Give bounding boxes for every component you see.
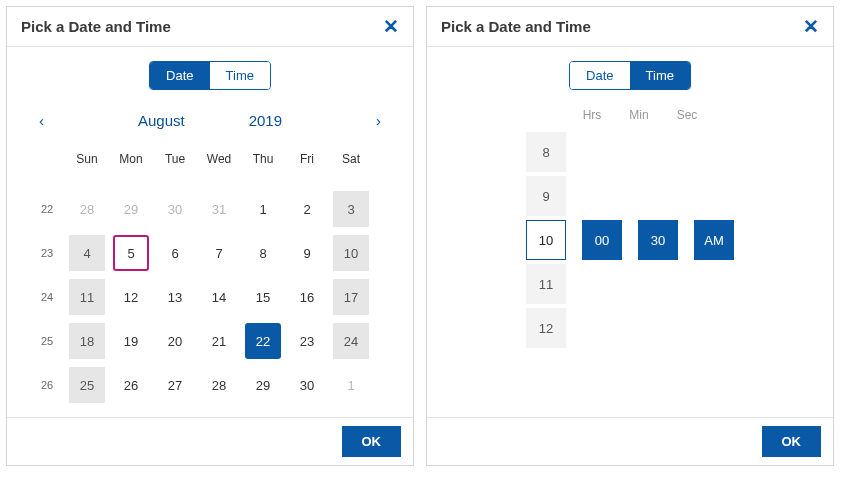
seconds-label: Sec (677, 108, 698, 122)
day-cell[interactable]: 25 (69, 367, 105, 403)
day-cell[interactable]: 11 (69, 279, 105, 315)
day-cell[interactable]: 4 (69, 235, 105, 271)
day-cell[interactable]: 29 (245, 367, 281, 403)
date-time-toggle: Date Time (149, 61, 271, 90)
week-number: 22 (41, 203, 53, 215)
dow-header: Sun (76, 152, 97, 178)
prev-month-icon[interactable]: ‹ (33, 108, 50, 133)
calendar-grid: SunMonTueWedThuFriSat2228293031123234567… (29, 143, 391, 407)
day-cell[interactable]: 31 (201, 191, 237, 227)
week-number: 25 (41, 335, 53, 347)
toggle-date[interactable]: Date (570, 62, 629, 89)
day-cell[interactable]: 14 (201, 279, 237, 315)
day-cell[interactable]: 28 (69, 191, 105, 227)
day-cell[interactable]: 30 (289, 367, 325, 403)
time-picker-panel: Pick a Date and Time ✕ Date Time Hrs Min… (426, 6, 834, 466)
panel-header: Pick a Date and Time ✕ (7, 7, 413, 47)
panel-body: Date Time Hrs Min Sec 89101112 00 30 (427, 47, 833, 417)
day-cell[interactable]: 3 (333, 191, 369, 227)
hour-value[interactable]: 9 (526, 176, 566, 216)
next-month-icon[interactable]: › (370, 108, 387, 133)
day-cell[interactable]: 23 (289, 323, 325, 359)
dow-header: Tue (165, 152, 185, 178)
dow-header: Sat (342, 152, 360, 178)
day-cell[interactable]: 6 (157, 235, 193, 271)
day-cell[interactable]: 5 (113, 235, 149, 271)
hours-column[interactable]: 89101112 (526, 132, 566, 348)
dow-header: Mon (119, 152, 142, 178)
day-cell[interactable]: 22 (245, 323, 281, 359)
toggle-time[interactable]: Time (210, 62, 270, 89)
dow-header: Fri (300, 152, 314, 178)
day-cell[interactable]: 30 (157, 191, 193, 227)
toggle-date[interactable]: Date (150, 62, 209, 89)
day-cell[interactable]: 15 (245, 279, 281, 315)
week-number: 23 (41, 247, 53, 259)
day-cell[interactable]: 17 (333, 279, 369, 315)
date-time-toggle: Date Time (569, 61, 691, 90)
panel-header: Pick a Date and Time ✕ (427, 7, 833, 47)
hour-value[interactable]: 8 (526, 132, 566, 172)
day-cell[interactable]: 7 (201, 235, 237, 271)
day-cell[interactable]: 26 (113, 367, 149, 403)
panel-body: Date Time ‹ August 2019 › SunMonTueWedTh… (7, 47, 413, 417)
day-cell[interactable]: 8 (245, 235, 281, 271)
panel-title: Pick a Date and Time (441, 18, 591, 35)
hour-value[interactable]: 11 (526, 264, 566, 304)
day-cell[interactable]: 10 (333, 235, 369, 271)
ampm-value[interactable]: AM (694, 220, 734, 260)
ampm-column[interactable]: AM (694, 132, 734, 348)
close-icon[interactable]: ✕ (383, 17, 399, 36)
minutes-column[interactable]: 00 (582, 132, 622, 348)
month-label[interactable]: August (138, 112, 185, 129)
seconds-column[interactable]: 30 (638, 132, 678, 348)
panel-footer: OK (427, 417, 833, 465)
ok-button[interactable]: OK (762, 426, 822, 457)
day-cell[interactable]: 20 (157, 323, 193, 359)
time-column-labels: Hrs Min Sec (469, 108, 811, 122)
day-cell[interactable]: 1 (245, 191, 281, 227)
day-cell[interactable]: 28 (201, 367, 237, 403)
panel-footer: OK (7, 417, 413, 465)
day-cell[interactable]: 19 (113, 323, 149, 359)
dow-header: Thu (253, 152, 274, 178)
second-value[interactable]: 30 (638, 220, 678, 260)
day-cell[interactable]: 1 (333, 367, 369, 403)
day-cell[interactable]: 9 (289, 235, 325, 271)
panel-title: Pick a Date and Time (21, 18, 171, 35)
minutes-label: Min (629, 108, 648, 122)
day-cell[interactable]: 18 (69, 323, 105, 359)
day-cell[interactable]: 16 (289, 279, 325, 315)
day-cell[interactable]: 2 (289, 191, 325, 227)
week-number: 26 (41, 379, 53, 391)
year-label[interactable]: 2019 (249, 112, 282, 129)
day-cell[interactable]: 24 (333, 323, 369, 359)
day-cell[interactable]: 27 (157, 367, 193, 403)
hours-label: Hrs (583, 108, 602, 122)
week-number: 24 (41, 291, 53, 303)
day-cell[interactable]: 29 (113, 191, 149, 227)
dow-header: Wed (207, 152, 231, 178)
day-cell[interactable]: 21 (201, 323, 237, 359)
toggle-time[interactable]: Time (630, 62, 690, 89)
day-cell[interactable]: 13 (157, 279, 193, 315)
day-cell[interactable]: 12 (113, 279, 149, 315)
ok-button[interactable]: OK (342, 426, 402, 457)
close-icon[interactable]: ✕ (803, 17, 819, 36)
month-navigation: ‹ August 2019 › (29, 106, 391, 143)
hour-value[interactable]: 12 (526, 308, 566, 348)
date-picker-panel: Pick a Date and Time ✕ Date Time ‹ Augus… (6, 6, 414, 466)
hour-value[interactable]: 10 (526, 220, 566, 260)
time-columns: 89101112 00 30 AM (449, 132, 811, 348)
minute-value[interactable]: 00 (582, 220, 622, 260)
